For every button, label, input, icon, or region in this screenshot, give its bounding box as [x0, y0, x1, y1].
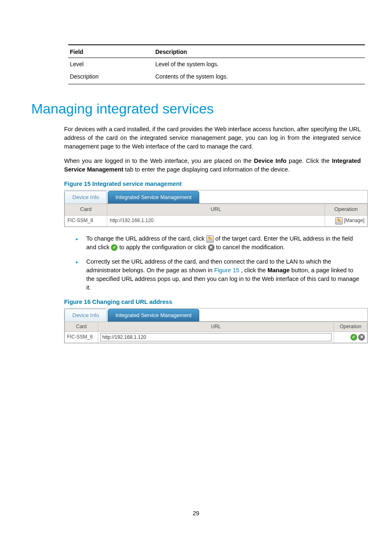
page-number: 29 — [0, 510, 392, 517]
table-row: Level Level of the system logs. — [68, 58, 365, 71]
cancel-icon[interactable] — [358, 334, 365, 341]
apply-icon — [111, 244, 118, 251]
cell-description: Level of the system logs. — [154, 58, 365, 71]
cell-url: http://192.168.1.120 — [107, 215, 325, 226]
tab-integrated-service-management[interactable]: Integrated Service Management — [108, 309, 199, 322]
cell-field: Level — [68, 58, 154, 71]
cell-card: FIC-SSM_8 — [65, 215, 107, 226]
list-item: To change the URL address of the card, c… — [72, 234, 361, 252]
col-header-field: Field — [68, 45, 154, 58]
figure-15-screenshot: Device Info Integrated Service Managemen… — [64, 190, 368, 227]
edit-icon — [206, 235, 214, 243]
card-table: Card URL Operation FIC-SSM_8 — [65, 322, 367, 343]
url-input[interactable] — [100, 333, 332, 341]
col-header-operation: Operation — [334, 322, 367, 331]
col-header-url: URL — [98, 322, 334, 331]
figure-16-screenshot: Device Info Integrated Service Managemen… — [64, 308, 368, 343]
cell-operation: [Manage] — [325, 215, 367, 226]
section-heading: Managing integrated services — [31, 101, 361, 117]
col-header-card: Card — [65, 322, 98, 331]
list-item: Correctly set the URL address of the car… — [72, 257, 361, 292]
table-row: FIC-SSM_8 http://192.168.1.120 [Manage] — [65, 215, 367, 226]
col-header-url: URL — [107, 204, 325, 215]
table-row: Description Contents of the system logs. — [68, 70, 365, 84]
manage-link[interactable]: [Manage] — [344, 218, 364, 223]
figure-link[interactable]: Figure 15 — [214, 267, 239, 273]
tab-device-info[interactable]: Device Info — [65, 309, 107, 322]
cell-field: Description — [68, 70, 154, 84]
col-header-operation: Operation — [325, 204, 367, 215]
field-description-table: Field Description Level Level of the sys… — [68, 44, 365, 84]
cancel-icon — [208, 244, 214, 251]
cell-card: FIC-SSM_8 — [65, 332, 98, 343]
tab-integrated-service-management[interactable]: Integrated Service Management — [108, 191, 199, 204]
tab-device-info[interactable]: Device Info — [65, 191, 107, 204]
paragraph: For devices with a card installed, if th… — [64, 125, 361, 151]
cell-url-edit — [98, 332, 334, 343]
col-header-card: Card — [65, 204, 107, 215]
card-table: Card URL Operation FIC-SSM_8 http://192.… — [65, 204, 367, 227]
apply-icon[interactable] — [350, 334, 357, 341]
table-row: FIC-SSM_8 — [65, 332, 367, 343]
cell-description: Contents of the system logs. — [154, 70, 365, 84]
cell-operation — [334, 332, 367, 343]
edit-icon[interactable] — [335, 217, 343, 225]
figure-caption: Figure 16 Changing card URL address — [64, 298, 361, 306]
paragraph: When you are logged in to the Web interf… — [64, 157, 361, 174]
figure-caption: Figure 15 Integrated service management — [64, 180, 361, 188]
col-header-description: Description — [154, 45, 365, 58]
